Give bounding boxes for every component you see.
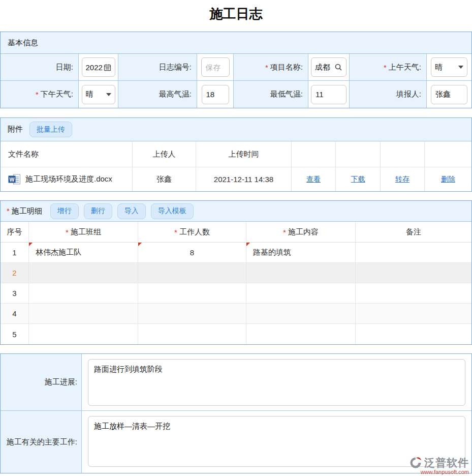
team-cell[interactable] <box>29 304 138 323</box>
page-title: 施工日志 <box>0 0 472 32</box>
log-no-input[interactable] <box>201 57 230 77</box>
col-action-4 <box>425 141 471 167</box>
col-team: * 施工班组 <box>29 222 138 242</box>
date-input[interactable]: 2022 <box>82 57 115 77</box>
summary-panel: 施工进展: 路面进行到填筑阶段 施工有关的主要工作: 施工放样—清表—开挖 <box>0 353 472 473</box>
max-temp-label: 最高气温: <box>159 90 192 99</box>
team-cell[interactable] <box>29 263 138 283</box>
vendor-watermark: 泛普软件 www.fanpusoft.com <box>408 456 469 475</box>
attachments-panel: 附件 批量上传 文件名称 上传人 上传时间 <box>0 117 472 192</box>
am-weather-select[interactable]: 晴 <box>431 57 467 77</box>
min-temp-label-cell: 最低气温: <box>234 81 308 108</box>
detail-row-5: 5 <box>1 324 471 344</box>
delete-link[interactable]: 删除 <box>441 175 455 184</box>
content-cell[interactable] <box>246 304 356 323</box>
content-cell[interactable] <box>246 263 356 283</box>
import-template-button[interactable]: 导入模板 <box>151 203 194 219</box>
am-weather-value: 晴 <box>435 63 443 72</box>
team-cell[interactable]: 林伟杰施工队 <box>29 243 138 262</box>
content-cell[interactable] <box>246 283 356 303</box>
col-uploader: 上传人 <box>133 141 196 167</box>
row-seq-cell[interactable]: 4 <box>1 304 29 323</box>
view-link[interactable]: 查看 <box>306 175 321 184</box>
remark-cell[interactable] <box>356 304 471 323</box>
progress-label-cell: 施工进展: <box>1 354 82 410</box>
progress-content-cell: 路面进行到填筑阶段 <box>82 354 471 410</box>
max-temp-input[interactable] <box>202 85 229 104</box>
batch-upload-button[interactable]: 批量上传 <box>29 122 72 137</box>
transfer-link[interactable]: 转存 <box>395 175 410 184</box>
row-seq-cell[interactable]: 5 <box>1 324 29 344</box>
reporter-label-cell: 填报人: <box>350 81 427 108</box>
project-label: 项目名称: <box>270 63 303 72</box>
editable-corner-marker <box>29 243 33 246</box>
team-value: 林伟杰施工队 <box>36 248 81 257</box>
reporter-input[interactable] <box>431 85 467 104</box>
col-workers-label: 工作人数 <box>179 227 210 237</box>
workers-cell[interactable] <box>138 283 246 303</box>
remark-cell[interactable] <box>356 283 471 303</box>
row-seq-cell[interactable]: 3 <box>1 283 29 303</box>
reporter-field-cell <box>427 81 471 108</box>
add-row-button[interactable]: 增行 <box>50 203 79 219</box>
min-temp-field-cell <box>308 81 350 108</box>
remark-cell[interactable] <box>356 243 471 262</box>
main-work-label: 施工有关的主要工作: <box>7 437 77 447</box>
attachment-file-name[interactable]: 施工现场环境及进度.docx <box>25 174 112 184</box>
delete-row-button[interactable]: 删行 <box>84 203 112 219</box>
pm-weather-label-cell: * 下午天气: <box>1 81 79 108</box>
col-seq: 序号 <box>1 222 29 242</box>
max-temp-field-cell <box>197 81 234 108</box>
project-field-cell: 成都 <box>308 54 350 80</box>
required-asterisk: * <box>265 63 268 72</box>
vendor-logo-row: 泛普软件 <box>408 456 469 470</box>
fanpu-logo-icon <box>408 456 423 470</box>
remark-cell[interactable] <box>356 324 471 344</box>
detail-row-1: 1 林伟杰施工队 8 路基的填筑 <box>1 243 471 263</box>
col-seq-label: 序号 <box>7 227 22 237</box>
attachment-download-cell: 下载 <box>336 167 381 191</box>
col-team-label: 施工班组 <box>71 227 101 237</box>
vendor-name: 泛普软件 <box>424 456 469 470</box>
progress-textarea[interactable]: 路面进行到填筑阶段 <box>88 359 465 406</box>
progress-label: 施工进展: <box>45 377 77 387</box>
pm-weather-select[interactable]: 晴 <box>82 85 115 104</box>
detail-table-header: 序号 * 施工班组 * 工作人数 * 施工内容 备注 <box>1 222 471 243</box>
workers-cell[interactable] <box>138 324 246 344</box>
workers-value: 8 <box>190 248 194 257</box>
workers-cell[interactable] <box>138 263 246 283</box>
row-seq-cell[interactable]: 1 <box>1 243 29 262</box>
pm-weather-value: 晴 <box>86 90 93 99</box>
attachment-uploader-cell: 张鑫 <box>133 167 196 191</box>
search-icon[interactable] <box>334 63 342 71</box>
row-seq: 4 <box>12 309 16 318</box>
pm-weather-label: 下午天气: <box>41 90 73 99</box>
workers-cell[interactable]: 8 <box>138 243 246 262</box>
date-label-cell: 日期: <box>1 54 79 80</box>
workers-cell[interactable] <box>138 304 246 323</box>
min-temp-input[interactable] <box>311 85 347 104</box>
row-seq: 5 <box>12 330 16 339</box>
col-file-name: 文件名称 <box>1 141 133 167</box>
calendar-icon[interactable] <box>104 64 111 71</box>
attachment-uploader: 张鑫 <box>156 174 172 184</box>
max-temp-label-cell: 最高气温: <box>118 81 197 108</box>
project-name-input[interactable]: 成都 <box>311 57 347 77</box>
download-link[interactable]: 下载 <box>351 175 365 184</box>
pm-weather-field-cell: 晴 <box>79 81 118 108</box>
attachments-table-header: 文件名称 上传人 上传时间 <box>1 141 471 167</box>
import-button[interactable]: 导入 <box>117 203 146 219</box>
attachment-time: 2021-12-11 14:38 <box>214 175 273 184</box>
am-weather-label-cell: * 上午天气: <box>350 54 427 80</box>
row-seq-cell[interactable]: 2 <box>1 263 29 283</box>
team-cell[interactable] <box>29 324 138 344</box>
content-cell[interactable] <box>246 324 356 344</box>
progress-row: 施工进展: 路面进行到填筑阶段 <box>1 354 471 411</box>
basic-info-row-1: 日期: 2022 日志编号: <box>1 54 471 81</box>
detail-row-3: 3 <box>1 283 471 304</box>
remark-cell[interactable] <box>356 263 471 283</box>
content-cell[interactable]: 路基的填筑 <box>246 243 356 262</box>
min-temp-label: 最低气温: <box>270 90 303 99</box>
editable-corner-marker <box>138 243 142 246</box>
team-cell[interactable] <box>29 283 138 303</box>
